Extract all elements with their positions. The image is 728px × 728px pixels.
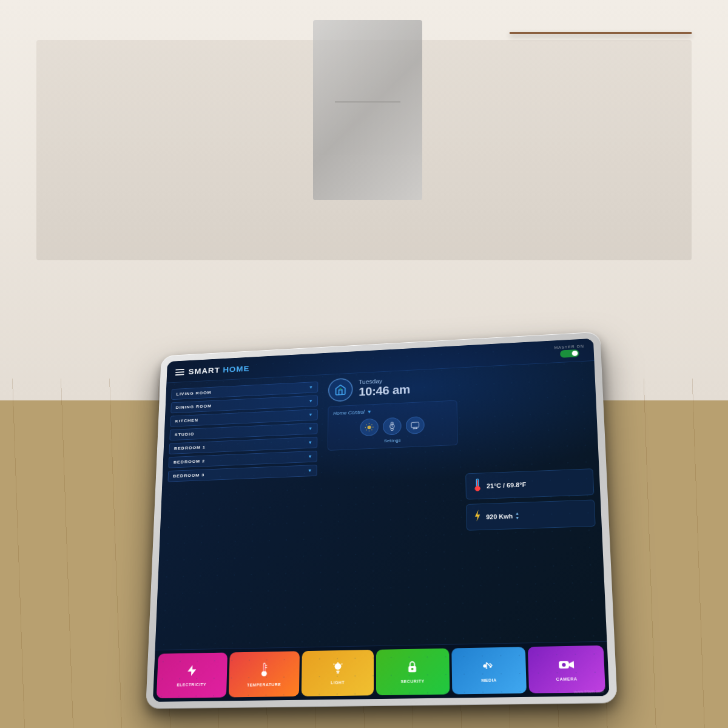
tablet-device: SMART HOME MASTER ON bbox=[146, 332, 618, 709]
watermark: www.frfam.com bbox=[574, 689, 604, 694]
fridge-decoration bbox=[313, 20, 422, 200]
tablet-body: SMART HOME MASTER ON bbox=[146, 332, 618, 709]
app-screen: SMART HOME MASTER ON bbox=[153, 339, 610, 702]
shelf-decoration bbox=[510, 32, 692, 34]
tablet-screen-bezel: SMART HOME MASTER ON bbox=[153, 339, 610, 702]
background-pattern bbox=[153, 339, 610, 702]
master-toggle-switch[interactable] bbox=[560, 349, 579, 358]
room-background bbox=[0, 0, 728, 400]
